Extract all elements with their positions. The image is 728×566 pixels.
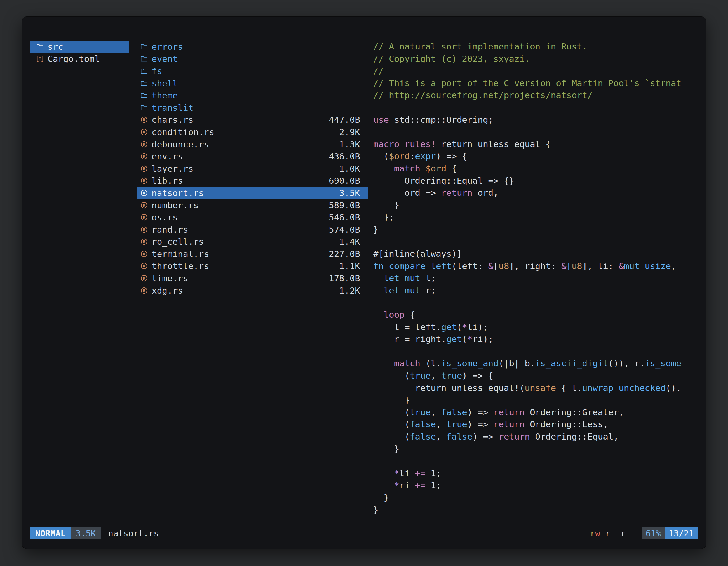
code-line-10: ($ord:expr) => { — [373, 150, 706, 163]
rust-icon: R — [140, 165, 148, 173]
preview-pane: // A natural sort implementation in Rust… — [370, 41, 706, 527]
dir-row-translit[interactable]: translit — [137, 102, 368, 114]
entry-size: 227.0B — [329, 249, 360, 259]
dir-row-fs[interactable]: fs — [137, 65, 368, 77]
code-line-36: *li += 1; — [373, 467, 706, 480]
code-line-25: r = right.get(*ri); — [373, 333, 706, 345]
svg-text:R: R — [143, 166, 145, 171]
dir-row-theme[interactable]: theme — [137, 89, 368, 102]
entry-size: 2.9K — [339, 127, 360, 137]
file-row-lib.rs[interactable]: Rlib.rs690.0B — [137, 175, 368, 187]
file-row-condition.rs[interactable]: Rcondition.rs2.9K — [137, 126, 368, 138]
entry-name: translit — [152, 103, 193, 113]
folder-icon — [36, 43, 44, 51]
file-row-xdg.rs[interactable]: Rxdg.rs1.2K — [137, 284, 368, 297]
entry-size: 1.1K — [339, 261, 360, 271]
dir-row-event[interactable]: event — [137, 53, 368, 65]
entry-size: 589.0B — [329, 200, 360, 210]
code-line-15: }; — [373, 211, 706, 224]
svg-text:R: R — [143, 142, 145, 146]
code-line-21: let mut r; — [373, 284, 706, 297]
entry-name: layer.rs — [152, 164, 193, 174]
panes-container: srcCargo.toml errorseventfsshellthemetra… — [30, 41, 706, 527]
entry-name: natsort.rs — [152, 188, 204, 198]
rust-icon: R — [140, 116, 148, 124]
code-line-32: (false, true) => return Ordering::Less, — [373, 418, 706, 431]
rust-icon: R — [140, 262, 148, 270]
code-line-14: } — [373, 199, 706, 212]
entry-name: condition.rs — [152, 127, 214, 137]
entry-name: debounce.rs — [152, 139, 209, 149]
file-row-natsort.rs[interactable]: Rnatsort.rs3.5K — [137, 187, 368, 199]
folder-icon — [140, 55, 148, 63]
entry-size: 690.0B — [329, 176, 360, 186]
code-line-16: } — [373, 224, 706, 236]
file-row-chars.rs[interactable]: Rchars.rs447.0B — [137, 114, 368, 126]
dir-row-errors[interactable]: errors — [137, 41, 368, 53]
svg-text:R: R — [143, 203, 145, 207]
svg-text:R: R — [143, 276, 145, 281]
file-row-throttle.rs[interactable]: Rthrottle.rs1.1K — [137, 260, 368, 273]
code-line-38: } — [373, 492, 706, 504]
code-line-19: fn compare_left(left: &[u8], right: &[u8… — [373, 260, 706, 273]
rust-icon: R — [140, 226, 148, 234]
entry-size: 546.0B — [329, 212, 360, 222]
rust-icon: R — [140, 274, 148, 283]
parent-item-src[interactable]: src — [30, 41, 129, 53]
entry-name: chars.rs — [152, 115, 193, 125]
code-line-27: match (l.is_some_and(|b| b.is_ascii_digi… — [373, 357, 706, 370]
entry-size: 574.0B — [329, 225, 360, 235]
parent-item-Cargo.toml[interactable]: Cargo.toml — [30, 53, 129, 65]
code-line-7: use std::cmp::Ordering; — [373, 114, 706, 126]
file-row-rand.rs[interactable]: Rrand.rs574.0B — [137, 224, 368, 236]
code-line-39: } — [373, 504, 706, 516]
status-bar-right: -rw-r--r-- 61% 13/21 — [585, 527, 698, 539]
status-filename: natsort.rs — [108, 529, 159, 538]
dir-row-shell[interactable]: shell — [137, 77, 368, 90]
rust-icon: R — [140, 250, 148, 258]
rust-icon: R — [140, 189, 148, 197]
current-pane: errorseventfsshellthemetranslitRchars.rs… — [137, 41, 368, 527]
file-row-os.rs[interactable]: Ros.rs546.0B — [137, 211, 368, 224]
file-row-debounce.rs[interactable]: Rdebounce.rs1.3K — [137, 138, 368, 151]
folder-icon — [140, 104, 148, 112]
code-line-22 — [373, 296, 706, 309]
entry-name: theme — [152, 90, 178, 100]
entry-name: lib.rs — [152, 176, 183, 186]
entry-size: 1.2K — [339, 285, 360, 295]
entry-name: fs — [152, 66, 162, 76]
svg-text:R: R — [143, 130, 145, 134]
entry-size: 436.0B — [329, 151, 360, 161]
file-row-number.rs[interactable]: Rnumber.rs589.0B — [137, 199, 368, 212]
code-line-11: match $ord { — [373, 163, 706, 175]
file-row-layer.rs[interactable]: Rlayer.rs1.0K — [137, 163, 368, 175]
file-row-env.rs[interactable]: Renv.rs436.0B — [137, 150, 368, 163]
mode-badge: NORMAL — [30, 527, 71, 539]
parent-pane: srcCargo.toml — [30, 41, 137, 527]
code-line-34: } — [373, 443, 706, 455]
entry-name: throttle.rs — [152, 261, 209, 271]
rust-icon: R — [140, 177, 148, 185]
code-line-35 — [373, 455, 706, 467]
file-row-ro_cell.rs[interactable]: Rro_cell.rs1.4K — [137, 236, 368, 248]
file-row-terminal.rs[interactable]: Rterminal.rs227.0B — [137, 248, 368, 260]
entry-size: 178.0B — [329, 273, 360, 283]
parent-item-label: Cargo.toml — [48, 54, 100, 64]
code-line-5: // http://sourcefrog.net/projects/natsor… — [373, 89, 706, 102]
code-line-20: let mut l; — [373, 272, 706, 284]
code-line-26 — [373, 345, 706, 358]
entry-name: errors — [152, 42, 183, 52]
code-line-28: (true, true) => { — [373, 370, 706, 382]
entry-size: 1.3K — [339, 139, 360, 149]
entry-size: 1.4K — [339, 237, 360, 247]
folder-icon — [140, 43, 148, 51]
permissions: -rw-r--r-- — [585, 529, 636, 538]
svg-text:R: R — [143, 264, 145, 268]
file-row-time.rs[interactable]: Rtime.rs178.0B — [137, 272, 368, 284]
svg-text:R: R — [143, 227, 145, 232]
svg-text:R: R — [143, 191, 145, 195]
rust-icon: R — [140, 238, 148, 246]
rust-icon: R — [140, 128, 148, 136]
entry-name: event — [152, 54, 178, 64]
code-line-17 — [373, 236, 706, 248]
